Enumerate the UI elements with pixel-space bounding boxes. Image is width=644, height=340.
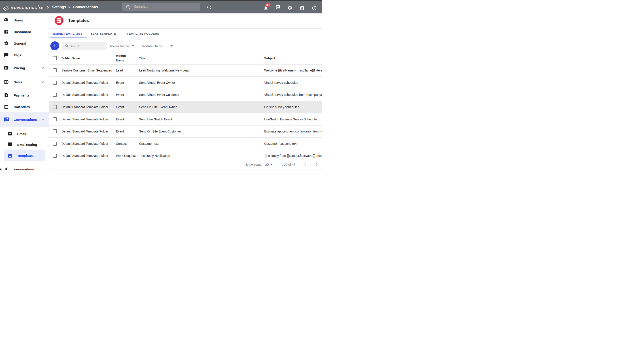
svg-text:$: $ bbox=[6, 94, 7, 97]
svg-text:$: $ bbox=[6, 80, 7, 83]
